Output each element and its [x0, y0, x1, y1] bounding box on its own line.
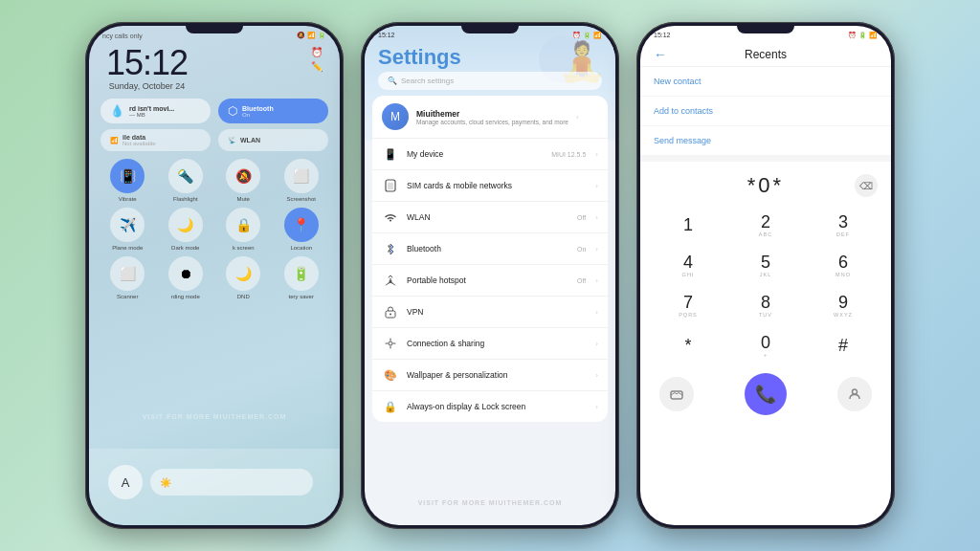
delete-button[interactable]: ⌫	[855, 174, 878, 197]
my-device-title: My device	[407, 149, 544, 159]
miuithemer-item[interactable]: M Miuithemer Manage accounts, cloud serv…	[372, 96, 608, 139]
status-icons-2: ⏰ 🔋 📶	[572, 32, 602, 39]
wlan-btn[interactable]: 📡 WLAN	[218, 129, 328, 151]
dnd-icon: 🌙	[226, 256, 260, 291]
bluetooth-toggle[interactable]: ⬡ Bluetooth On	[218, 99, 328, 123]
plane-label: Plane mode	[112, 245, 143, 251]
key-9-sub: WXYZ	[834, 312, 853, 318]
settings-vpn[interactable]: VPN ›	[372, 297, 608, 328]
battery-saver-item[interactable]: 🔋 tery saver	[277, 256, 327, 299]
always-on-arrow: ›	[595, 403, 598, 411]
time-3: 15:12	[654, 32, 671, 39]
settings-bluetooth[interactable]: Bluetooth On ›	[372, 233, 608, 265]
dialer-screen: 15:12 ⏰ 🔋 📶 ← Recents New contact Add to…	[640, 26, 891, 525]
alarm-icon: ⏰	[311, 47, 323, 57]
dark-mode-item[interactable]: 🌙 Dark mode	[161, 208, 212, 251]
plane-mode-item[interactable]: ✈️ Plane mode	[102, 208, 153, 251]
vpn-title: VPN	[407, 307, 588, 317]
scanner-item[interactable]: ⬜ Scanner	[102, 256, 153, 299]
screenshot-item[interactable]: ⬜ Screenshot	[277, 159, 327, 202]
mobile-label: ile data	[122, 134, 156, 141]
dial-key-2[interactable]: 2 ABC	[727, 206, 804, 245]
toggle-1-label: rd isn't movi...	[129, 105, 174, 112]
dial-key-8[interactable]: 8 TUV	[727, 286, 804, 325]
dnd-item[interactable]: 🌙 DND	[218, 256, 269, 299]
brightness-slider[interactable]: ☀️	[150, 469, 313, 496]
settings-wlan[interactable]: WLAN Off ›	[372, 202, 608, 233]
mobile-data-toggle[interactable]: 💧 rd isn't movi... — MB	[100, 99, 211, 123]
connection-arrow: ›	[595, 340, 598, 348]
contacts-button[interactable]	[837, 377, 872, 411]
back-button[interactable]: ←	[654, 47, 667, 62]
key-6-sub: MNO	[835, 272, 851, 277]
key-0-main: 0	[761, 334, 770, 351]
mobile-data-btn[interactable]: 📶 ile data Not available	[100, 129, 211, 151]
bt-settings-text: Bluetooth	[407, 244, 569, 253]
settings-always-on[interactable]: 🔒 Always-on display & Lock screen ›	[372, 391, 608, 422]
sim-text: SIM cards & mobile networks	[407, 181, 588, 190]
mute-item[interactable]: 🔕 Mute	[218, 159, 269, 202]
dial-key-0[interactable]: 0 +	[727, 326, 804, 365]
wallpaper-title: Wallpaper & personalization	[407, 370, 588, 380]
miuithemer-info: Miuithemer Manage accounts, cloud servic…	[416, 109, 568, 125]
dial-key-7[interactable]: 7 PQRS	[650, 286, 726, 325]
settings-search[interactable]: 🔍 Search settings	[378, 72, 602, 90]
call-button[interactable]: 📞	[745, 373, 787, 415]
wallpaper-arrow: ›	[595, 371, 598, 380]
sun-icon: ☀️	[160, 477, 171, 488]
edit-icon: ✏️	[311, 61, 323, 72]
wallpaper-text: Wallpaper & personalization	[407, 370, 588, 380]
hotspot-title: Portable hotspot	[407, 276, 569, 285]
key-8-sub: TUV	[759, 312, 772, 318]
recording-item[interactable]: ⏺ rding mode	[161, 256, 212, 299]
settings-connection-sharing[interactable]: Connection & sharing ›	[372, 328, 608, 360]
vibrate-item[interactable]: 📳 Vibrate	[102, 159, 153, 202]
send-message-action[interactable]: Send message	[640, 126, 891, 156]
new-contact-action[interactable]: New contact	[640, 67, 891, 97]
lock-screen-item[interactable]: 🔒 k screen	[218, 208, 269, 251]
wlan-settings-text: WLAN	[407, 212, 569, 222]
sim-title: SIM cards & mobile networks	[407, 181, 588, 190]
wlan-settings-title: WLAN	[407, 212, 569, 222]
wlan-value: Off	[577, 214, 586, 221]
voicemail-button[interactable]	[659, 377, 694, 411]
dial-key-6[interactable]: 6 MNO	[805, 246, 881, 285]
recording-icon: ⏺	[168, 256, 203, 291]
lock-settings-icon: 🔒	[382, 398, 399, 415]
key-0-sub: +	[764, 352, 768, 358]
icon-grid-3: ⬜ Scanner ⏺ rding mode 🌙 DND 🔋 tery save…	[89, 251, 340, 299]
dial-key-3[interactable]: 3 DEF	[805, 206, 881, 245]
dial-key-hash[interactable]: #	[805, 326, 881, 365]
scanner-label: Scanner	[117, 294, 138, 299]
flashlight-item[interactable]: 🔦 Flashlight	[161, 159, 212, 202]
add-to-contacts-action[interactable]: Add to contacts	[640, 97, 891, 126]
settings-screen: 🧘 15:12 ⏰ 🔋 📶 Settings 🔍 Search settings…	[365, 26, 615, 525]
bt-value: On	[577, 246, 586, 253]
dial-key-1[interactable]: 1	[650, 206, 726, 245]
dial-key-5[interactable]: 5 JKL	[727, 246, 804, 285]
location-icon: 📍	[284, 208, 319, 242]
location-item[interactable]: 📍 Location	[277, 208, 327, 251]
settings-hotspot[interactable]: Portable hotspot Off ›	[372, 265, 608, 297]
bottom-left-btn[interactable]: A	[108, 465, 143, 499]
battery-icon: 🔋	[284, 256, 319, 291]
watermark-1: VISIT FOR MORE MIUITHEMER.COM	[89, 413, 340, 420]
key-2-sub: ABC	[759, 231, 772, 237]
wifi-mobile-row: 📶 ile data Not available 📡 WLAN	[89, 123, 340, 151]
settings-sim-cards[interactable]: SIM cards & mobile networks ›	[372, 170, 608, 202]
settings-my-device[interactable]: 📱 My device MIUI 12.5.5 ›	[372, 139, 608, 170]
dial-key-4[interactable]: 4 GHI	[650, 246, 726, 285]
time-area: 15:12 Sunday, October 24 ⏰ ✏️	[89, 39, 340, 91]
bt-settings-icon	[382, 240, 399, 257]
connection-text: Connection & sharing	[407, 339, 588, 348]
key-9-main: 9	[838, 294, 848, 311]
my-device-text: My device	[407, 149, 544, 159]
recents-actions: New contact Add to contacts Send message	[640, 67, 891, 156]
status-icons-3: ⏰ 🔋 📶	[848, 32, 878, 39]
settings-wallpaper[interactable]: 🎨 Wallpaper & personalization ›	[372, 360, 608, 391]
dial-key-star[interactable]: *	[650, 326, 726, 365]
flashlight-icon: 🔦	[168, 159, 203, 193]
date-label: Sunday, October 24	[106, 81, 188, 91]
dial-key-9[interactable]: 9 WXYZ	[805, 286, 881, 325]
hotspot-text: Portable hotspot	[407, 276, 569, 285]
